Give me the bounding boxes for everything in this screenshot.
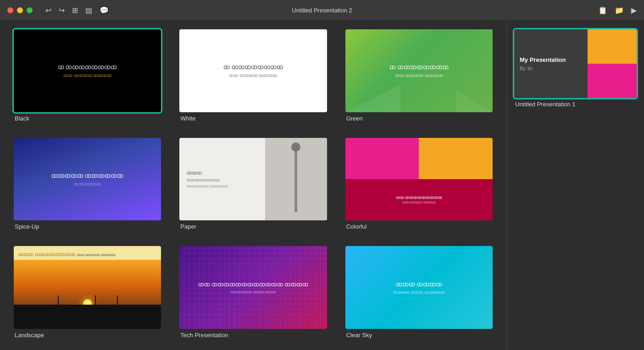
theme-item-clearsky[interactable]: ꝏꝏꝏ ꝏꝏꝏꝏ ꝏꝏꝏꝏ ꝏꝏꝏ ꝏꝏꝏꝏꝏ Clear Sky xyxy=(345,246,493,341)
theme-label-black: Black xyxy=(14,115,161,122)
theme-preview-text-green: ꝏ ꝏꝏꝏꝏꝏꝏꝏꝏ xyxy=(389,63,449,71)
theme-item-tech[interactable]: ꝏꝏ ꝏꝏꝏꝏꝏꝏꝏꝏꝏꝏꝏꝏ ꝏꝏꝏꝏ ꝏꝏꝏꝏꝏꝏ ꝏꝏꝏ ꝏꝏꝏ Tech… xyxy=(179,246,327,341)
theme-preview-subtext-green: ꝏꝏ ꝏꝏꝏꝏ ꝏꝏꝏꝏ xyxy=(395,73,443,78)
theme-thumbnail-colorful: ꝏꝏ ꝏꝏꝏꝏꝏꝏꝏꝏꝏ ꝏꝏ ꝏꝏꝏꝏ ꝏꝏꝏꝏ xyxy=(345,138,493,221)
theme-preview-subtext: ꝏꝏ ꝏꝏꝏꝏ ꝏꝏꝏꝏ xyxy=(63,73,111,78)
colorful-text2: ꝏꝏ ꝏꝏꝏꝏ ꝏꝏꝏꝏ xyxy=(402,201,436,204)
theme-item-green[interactable]: ꝏ ꝏꝏꝏꝏꝏꝏꝏꝏ ꝏꝏ ꝏꝏꝏꝏ ꝏꝏꝏꝏ Green xyxy=(345,29,493,124)
colorful-top xyxy=(345,138,493,179)
colorful-orange xyxy=(419,138,493,179)
theme-thumbnail-tech: ꝏꝏ ꝏꝏꝏꝏꝏꝏꝏꝏꝏꝏꝏꝏ ꝏꝏꝏꝏ ꝏꝏꝏꝏꝏꝏ ꝏꝏꝏ ꝏꝏꝏ xyxy=(179,246,327,329)
paper-image-area xyxy=(265,138,327,221)
theme-item-colorful[interactable]: ꝏꝏ ꝏꝏꝏꝏꝏꝏꝏꝏꝏ ꝏꝏ ꝏꝏꝏꝏ ꝏꝏꝏꝏ Colorful xyxy=(345,138,493,233)
recent-presentation-thumbnail: My Presentation By: tio xyxy=(514,29,637,98)
grid-view-button[interactable]: ⊞ xyxy=(72,6,78,15)
paper-line1: ꝏꝏꝏ xyxy=(187,170,265,176)
right-panel: My Presentation By: tio Untitled Present… xyxy=(506,20,644,350)
toolbar-controls: ↩ ↪ ⊞ ▤ 💬 xyxy=(45,6,109,15)
main-content: ꝏ ꝏꝏꝏꝏꝏꝏꝏꝏ ꝏꝏ ꝏꝏꝏꝏ ꝏꝏꝏꝏ Black ꝏ ꝏꝏꝏꝏꝏꝏꝏꝏ… xyxy=(0,20,644,350)
theme-label-clearsky: Clear Sky xyxy=(345,332,493,339)
minimize-button[interactable] xyxy=(17,7,23,13)
theme-preview-text-spiceup: ꝏꝏꝏꝏꝏ ꝏꝏꝏꝏꝏꝏ xyxy=(51,172,124,180)
tech-line2: ꝏꝏꝏꝏꝏꝏ ꝏꝏꝏ ꝏꝏꝏ xyxy=(230,290,276,294)
theme-thumbnail-paper: ꝏꝏꝏ ꝏꝏꝏꝏꝏꝏꝏꝏ ꝏꝏꝏꝏꝏꝏ ꝏꝏꝏꝏꝏ xyxy=(179,138,327,221)
recent-thumb-orange xyxy=(588,29,637,64)
recent-thumb-pink xyxy=(588,64,637,98)
notes-icon[interactable]: 📋 xyxy=(598,6,607,15)
comment-button[interactable]: 💬 xyxy=(100,6,109,15)
paper-line3: ꝏꝏꝏꝏꝏꝏ ꝏꝏꝏꝏꝏ xyxy=(187,184,265,188)
theme-label-paper: Paper xyxy=(179,223,327,230)
theme-label-green: Green xyxy=(345,115,493,122)
paper-text-area: ꝏꝏꝏ ꝏꝏꝏꝏꝏꝏꝏꝏ ꝏꝏꝏꝏꝏꝏ ꝏꝏꝏꝏꝏ xyxy=(179,170,265,188)
maximize-button[interactable] xyxy=(27,7,33,13)
colorful-bottom: ꝏꝏ ꝏꝏꝏꝏꝏꝏꝏꝏꝏ ꝏꝏ ꝏꝏꝏꝏ ꝏꝏꝏꝏ xyxy=(345,179,493,220)
clearsky-line1: ꝏꝏꝏ ꝏꝏꝏꝏ xyxy=(396,280,443,288)
theme-preview-text: ꝏ ꝏꝏꝏꝏꝏꝏꝏꝏ xyxy=(58,63,117,71)
redo-button[interactable]: ↪ xyxy=(59,6,65,15)
windmill-1-icon xyxy=(58,295,59,305)
space-needle-icon xyxy=(294,146,297,213)
colorful-text1: ꝏꝏ ꝏꝏꝏꝏꝏꝏꝏꝏꝏ xyxy=(396,195,442,200)
recent-presentation-item[interactable]: My Presentation By: tio Untitled Present… xyxy=(514,29,637,108)
presentation-title: My Presentation xyxy=(520,56,582,64)
list-view-button[interactable]: ▤ xyxy=(85,6,92,15)
titlebar-right-controls: 📋 📁 ▶ xyxy=(598,6,637,15)
theme-label-white: White xyxy=(179,115,327,122)
windmill-3-icon xyxy=(117,295,118,305)
theme-preview-text-white: ꝏ ꝏꝏꝏꝏꝏꝏꝏꝏ xyxy=(223,63,283,71)
theme-label-landscape: Landscape xyxy=(14,332,161,339)
undo-button[interactable]: ↩ xyxy=(45,6,51,15)
theme-preview-subtext-white: ꝏꝏ ꝏꝏꝏꝏ ꝏꝏꝏꝏ xyxy=(229,73,277,78)
tech-line1: ꝏꝏ ꝏꝏꝏꝏꝏꝏꝏꝏꝏꝏꝏꝏ ꝏꝏꝏꝏ xyxy=(198,281,309,288)
theme-item-black[interactable]: ꝏ ꝏꝏꝏꝏꝏꝏꝏꝏ ꝏꝏ ꝏꝏꝏꝏ ꝏꝏꝏꝏ Black xyxy=(14,29,161,124)
theme-item-landscape[interactable]: ꝏꝏꝏ ꝏꝏꝏꝏꝏꝏꝏꝏ ꝏꝏ ꝏꝏꝏꝏ ꝏꝏꝏꝏ Landscape xyxy=(14,246,161,341)
colorful-layout: ꝏꝏ ꝏꝏꝏꝏꝏꝏꝏꝏꝏ ꝏꝏ ꝏꝏꝏꝏ ꝏꝏꝏꝏ xyxy=(345,138,493,221)
theme-thumbnail-green: ꝏ ꝏꝏꝏꝏꝏꝏꝏꝏ ꝏꝏ ꝏꝏꝏꝏ ꝏꝏꝏꝏ xyxy=(345,29,493,112)
presentation-author: By: tio xyxy=(520,66,582,71)
theme-label-colorful: Colorful xyxy=(345,223,493,230)
landscape-line2: ꝏꝏ ꝏꝏꝏꝏ ꝏꝏꝏꝏ xyxy=(77,253,116,257)
recent-thumb-content: My Presentation By: tio xyxy=(514,29,637,98)
recent-thumb-right xyxy=(588,29,637,98)
theme-item-paper[interactable]: ꝏꝏꝏ ꝏꝏꝏꝏꝏꝏꝏꝏ ꝏꝏꝏꝏꝏꝏ ꝏꝏꝏꝏꝏ Paper xyxy=(179,138,327,233)
themes-grid: ꝏ ꝏꝏꝏꝏꝏꝏꝏꝏ ꝏꝏ ꝏꝏꝏꝏ ꝏꝏꝏꝏ Black ꝏ ꝏꝏꝏꝏꝏꝏꝏꝏ… xyxy=(0,20,506,350)
landscape-photo xyxy=(14,260,161,329)
theme-label-tech: Tech Presentation xyxy=(179,332,327,339)
close-button[interactable] xyxy=(7,7,13,13)
theme-item-white[interactable]: ꝏ ꝏꝏꝏꝏꝏꝏꝏꝏ ꝏꝏ ꝏꝏꝏꝏ ꝏꝏꝏꝏ White xyxy=(179,29,327,124)
paper-line2: ꝏꝏꝏꝏꝏꝏꝏꝏ xyxy=(187,178,265,182)
theme-item-spiceup[interactable]: ꝏꝏꝏꝏꝏ ꝏꝏꝏꝏꝏꝏ ꝏꝏꝏꝏꝏꝏ Spice-Up xyxy=(14,138,161,233)
theme-thumbnail-black: ꝏ ꝏꝏꝏꝏꝏꝏꝏꝏ ꝏꝏ ꝏꝏꝏꝏ ꝏꝏꝏꝏ xyxy=(14,29,161,112)
present-button[interactable]: ▶ xyxy=(631,6,637,15)
horizon-line xyxy=(14,305,161,329)
folder-icon[interactable]: 📁 xyxy=(615,6,624,15)
theme-thumbnail-white: ꝏ ꝏꝏꝏꝏꝏꝏꝏꝏ ꝏꝏ ꝏꝏꝏꝏ ꝏꝏꝏꝏ xyxy=(179,29,327,112)
windmill-2-icon xyxy=(95,295,96,305)
landscape-text: ꝏꝏꝏ ꝏꝏꝏꝏꝏꝏꝏꝏ ꝏꝏ ꝏꝏꝏꝏ ꝏꝏꝏꝏ xyxy=(14,246,161,260)
recent-presentation-label: Untitled Presentation 1 xyxy=(514,101,637,108)
clearsky-line2: ꝏꝏꝏꝏ ꝏꝏꝏ ꝏꝏꝏꝏꝏ xyxy=(393,290,445,295)
window-title: Untitled Presentation 2 xyxy=(292,7,352,14)
theme-thumbnail-landscape: ꝏꝏꝏ ꝏꝏꝏꝏꝏꝏꝏꝏ ꝏꝏ ꝏꝏꝏꝏ ꝏꝏꝏꝏ xyxy=(14,246,161,329)
theme-thumbnail-clearsky: ꝏꝏꝏ ꝏꝏꝏꝏ ꝏꝏꝏꝏ ꝏꝏꝏ ꝏꝏꝏꝏꝏ xyxy=(345,246,493,329)
landscape-line1: ꝏꝏꝏ ꝏꝏꝏꝏꝏꝏꝏꝏ xyxy=(18,252,75,257)
titlebar: ↩ ↪ ⊞ ▤ 💬 Untitled Presentation 2 📋 📁 ▶ xyxy=(0,0,644,20)
colorful-pink xyxy=(345,138,419,179)
theme-preview-subtext-spiceup: ꝏꝏꝏꝏꝏꝏ xyxy=(74,181,101,186)
window-controls: ↩ ↪ ⊞ ▤ 💬 xyxy=(7,6,109,15)
theme-label-spiceup: Spice-Up xyxy=(14,223,161,230)
theme-thumbnail-spiceup: ꝏꝏꝏꝏꝏ ꝏꝏꝏꝏꝏꝏ ꝏꝏꝏꝏꝏꝏ xyxy=(14,138,161,221)
recent-thumb-left: My Presentation By: tio xyxy=(514,29,588,98)
